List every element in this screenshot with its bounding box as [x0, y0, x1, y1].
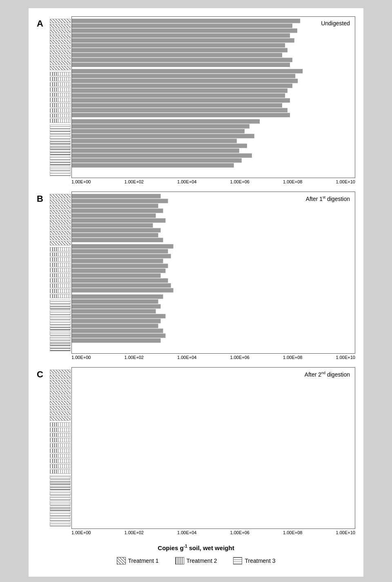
legend-swatch-t2	[175, 557, 184, 564]
svg-rect-45	[72, 269, 165, 273]
svg-rect-35	[72, 219, 165, 223]
svg-rect-55	[72, 319, 160, 323]
svg-rect-39	[72, 238, 163, 243]
x-axis-B: 1.00E+00 1.00E+02 1.00E+04 1.00E+06 1.00…	[49, 354, 355, 360]
chart-section-B: B	[37, 192, 355, 359]
svg-rect-29	[72, 163, 234, 167]
legend-label-t1: Treatment 1	[128, 557, 159, 564]
svg-rect-7	[72, 53, 282, 57]
svg-rect-3	[72, 33, 290, 38]
svg-rect-20	[72, 119, 260, 124]
chart-plot-A: Undigested	[71, 16, 355, 178]
x-axis-A: 1.00E+00 1.00E+02 1.00E+04 1.00E+06 1.00…	[49, 178, 355, 184]
svg-rect-46	[72, 274, 160, 278]
legend-swatch-t1	[117, 557, 126, 564]
svg-rect-47	[72, 279, 168, 283]
svg-rect-19	[72, 113, 290, 117]
chart-plot-B: After 1st digestion	[71, 192, 355, 353]
svg-rect-56	[72, 324, 158, 328]
y-strip-A	[49, 16, 71, 178]
svg-rect-57	[72, 329, 163, 333]
svg-rect-17	[72, 103, 282, 107]
svg-rect-24	[72, 139, 237, 143]
svg-rect-42	[72, 254, 171, 259]
chart-plot-C: After 2nd digestion	[71, 367, 355, 529]
svg-rect-36	[72, 223, 153, 228]
svg-rect-53	[72, 309, 156, 314]
svg-rect-0	[72, 19, 300, 23]
svg-rect-30	[72, 194, 160, 198]
svg-rect-23	[72, 134, 254, 138]
svg-rect-6	[72, 48, 287, 52]
svg-rect-21	[72, 124, 249, 129]
chart-section-C: C	[37, 367, 355, 535]
chart-label-B: B	[37, 192, 49, 359]
svg-rect-52	[72, 304, 160, 309]
svg-rect-31	[72, 199, 168, 203]
x-axis-C: 1.00E+00 1.00E+02 1.00E+04 1.00E+06 1.00…	[49, 529, 355, 535]
chart-title-A: Undigested	[321, 20, 350, 27]
legend-label-t3: Treatment 3	[245, 557, 275, 564]
legend-item-t3: Treatment 3	[233, 557, 275, 564]
svg-rect-28	[72, 158, 242, 163]
svg-rect-16	[72, 98, 290, 103]
svg-rect-10	[72, 69, 303, 74]
svg-rect-8	[72, 58, 292, 62]
svg-rect-51	[72, 299, 158, 304]
svg-rect-14	[72, 89, 287, 93]
svg-rect-13	[72, 84, 292, 88]
svg-rect-58	[72, 334, 165, 338]
legend-item-t2: Treatment 2	[175, 557, 217, 564]
svg-rect-26	[72, 149, 239, 153]
svg-rect-41	[72, 249, 168, 254]
svg-rect-43	[72, 259, 163, 263]
svg-rect-32	[72, 204, 158, 208]
chart-title-B: After 1st digestion	[306, 195, 350, 202]
x-axis-global-label: Copies g-1 soil, wet weight	[158, 544, 234, 551]
svg-rect-27	[72, 154, 252, 158]
y-strip-C	[49, 367, 71, 529]
main-page: A	[29, 8, 363, 577]
svg-rect-12	[72, 79, 298, 83]
svg-rect-34	[72, 214, 156, 218]
svg-rect-44	[72, 264, 168, 268]
legend-label-t2: Treatment 2	[187, 557, 217, 564]
svg-rect-33	[72, 209, 163, 213]
y-strip-B	[49, 192, 71, 353]
svg-rect-18	[72, 108, 287, 112]
chart-label-C: C	[37, 367, 49, 535]
svg-rect-9	[72, 62, 290, 67]
svg-rect-25	[72, 144, 247, 148]
svg-rect-50	[72, 294, 163, 299]
legend-item-t1: Treatment 1	[117, 557, 159, 564]
svg-rect-37	[72, 228, 160, 233]
svg-rect-2	[72, 29, 297, 33]
chart-title-C: After 2nd digestion	[305, 371, 350, 378]
svg-rect-15	[72, 94, 285, 98]
svg-rect-11	[72, 74, 295, 78]
svg-rect-54	[72, 314, 165, 319]
chart-section-A: A	[37, 16, 355, 184]
legend: Treatment 1 Treatment 2 Treatment 3	[117, 557, 276, 564]
svg-rect-38	[72, 233, 158, 238]
svg-rect-4	[72, 38, 294, 43]
svg-rect-1	[72, 24, 292, 28]
chart-label-A: A	[37, 16, 49, 184]
legend-swatch-t3	[233, 557, 242, 564]
svg-rect-59	[72, 339, 160, 343]
svg-rect-22	[72, 129, 245, 134]
svg-rect-48	[72, 283, 171, 288]
svg-rect-49	[72, 288, 174, 293]
svg-rect-40	[72, 244, 174, 249]
svg-rect-5	[72, 43, 285, 48]
